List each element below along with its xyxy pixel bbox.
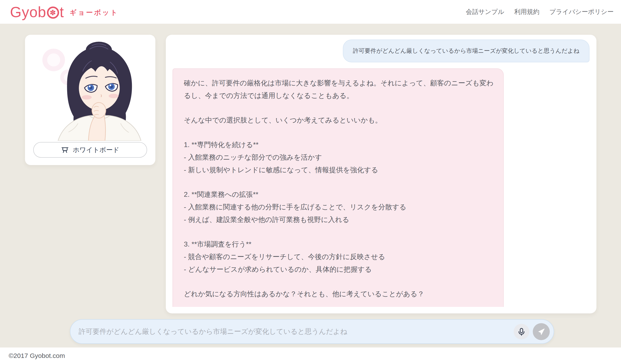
bot-message-line: - 入館業務のニッチな部分での強みを活かす bbox=[184, 151, 497, 164]
bot-paragraph: そんな中での選択肢として、いくつか考えてみるといいかも。 bbox=[184, 114, 497, 126]
send-button[interactable] bbox=[533, 323, 550, 340]
nav-conversation-samples[interactable]: 会話サンプル bbox=[466, 8, 504, 16]
send-icon bbox=[536, 327, 546, 336]
bot-paragraph: 1. **専門特化を続ける** - 入館業務のニッチな部分での強みを活かす - … bbox=[184, 138, 497, 176]
logo-text-right: t bbox=[60, 5, 64, 19]
bot-message-line: - 例えば、建設業全般や他の許可業務も視野に入れる bbox=[184, 213, 497, 226]
character-card: ホワイトボード bbox=[25, 35, 155, 165]
footer: ©2017 Gyobot.com bbox=[0, 347, 621, 364]
whiteboard-icon bbox=[61, 146, 69, 154]
message-composer bbox=[70, 319, 554, 344]
bot-message-line: - 競合や顧客のニーズをリサーチして、今後の方針に反映させる bbox=[184, 250, 497, 263]
logo-link[interactable]: Gyob✽t ギョーボット bbox=[10, 5, 119, 19]
user-message-text: 許可要件がどんどん厳しくなっているから市場ニーズが変化していると思うんだよね bbox=[353, 48, 580, 54]
bot-message-line: 確かに、許可要件の厳格化は市場に大きな影響を与えるよね。それによって、顧客のニー… bbox=[184, 77, 497, 102]
gyobot-logo: Gyob✽t bbox=[10, 5, 64, 19]
bot-message-line: - 入館業務に関連する他の分野に手を広げることで、リスクを分散する bbox=[184, 201, 497, 213]
bot-message-line: - どんなサービスが求められているのか、具体的に把握する bbox=[184, 263, 497, 276]
message-input[interactable] bbox=[79, 328, 514, 335]
whiteboard-button-label: ホワイトボード bbox=[73, 146, 119, 154]
logo-kana: ギョーボット bbox=[69, 7, 119, 17]
bot-paragraph: 3. **市場調査を行う** - 競合や顧客のニーズをリサーチして、今後の方針に… bbox=[184, 238, 497, 276]
bot-paragraph: 確かに、許可要件の厳格化は市場に大きな影響を与えるよね。それによって、顧客のニー… bbox=[184, 77, 497, 102]
logo-text-left: Gyob bbox=[10, 5, 46, 19]
avatar bbox=[25, 36, 155, 141]
bot-paragraph: 2. **関連業務への拡張** - 入館業務に関連する他の分野に手を広げることで… bbox=[184, 188, 497, 226]
header: Gyob✽t ギョーボット 会話サンプル 利用規約 プライバシーポリシー bbox=[0, 0, 621, 24]
flower-o-icon: ✽ bbox=[47, 6, 59, 19]
mic-icon bbox=[517, 327, 526, 336]
bot-message-line: 1. **専門特化を続ける** bbox=[184, 138, 497, 151]
bot-message-line: 2. **関連業務への拡張** bbox=[184, 188, 497, 201]
nav-terms-of-service[interactable]: 利用規約 bbox=[514, 8, 539, 16]
header-nav: 会話サンプル 利用規約 プライバシーポリシー bbox=[466, 8, 614, 16]
copyright-text: ©2017 Gyobot.com bbox=[9, 352, 65, 359]
bot-message-line: - 新しい規制やトレンドに敏感になって、情報提供を強化する bbox=[184, 164, 497, 176]
user-message-bubble: 許可要件がどんどん厳しくなっているから市場ニーズが変化していると思うんだよね bbox=[343, 39, 589, 62]
bot-message-line: どれか気になる方向性はあるかな？それとも、他に考えていることがある？ bbox=[184, 288, 497, 300]
nav-privacy-policy[interactable]: プライバシーポリシー bbox=[550, 8, 614, 16]
mic-button[interactable] bbox=[514, 324, 529, 339]
chat-panel: 許可要件がどんどん厳しくなっているから市場ニーズが変化していると思うんだよね 確… bbox=[166, 35, 596, 314]
bot-message-line: 3. **市場調査を行う** bbox=[184, 238, 497, 250]
avatar-illustration-icon bbox=[34, 39, 147, 141]
bot-message-line: そんな中での選択肢として、いくつか考えてみるといいかも。 bbox=[184, 114, 497, 126]
flower-petals-icon: ✽ bbox=[50, 9, 56, 16]
bot-paragraph: どれか気になる方向性はあるかな？それとも、他に考えていることがある？ bbox=[184, 288, 497, 300]
bot-message-bubble: 確かに、許可要件の厳格化は市場に大きな影響を与えるよね。それによって、顧客のニー… bbox=[172, 68, 504, 307]
message-list[interactable]: 許可要件がどんどん厳しくなっているから市場ニーズが変化していると思うんだよね 確… bbox=[166, 35, 596, 307]
whiteboard-button[interactable]: ホワイトボード bbox=[33, 142, 147, 158]
